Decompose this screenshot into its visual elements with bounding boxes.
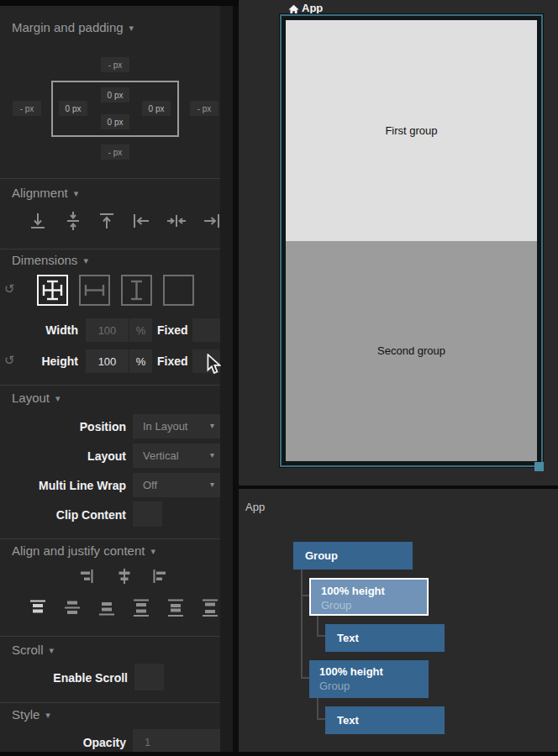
opacity-input[interactable]: 1 xyxy=(133,729,222,754)
tree-node-text[interactable]: Text xyxy=(325,624,445,652)
chevron-down-icon: ▾ xyxy=(210,450,214,459)
content-justify-space-around-button[interactable] xyxy=(166,598,186,618)
fill-height-icon xyxy=(123,276,150,304)
align-left-button[interactable] xyxy=(130,210,152,232)
bottom-edge-strip xyxy=(0,752,558,756)
reset-dimensions-icon[interactable]: ↺ xyxy=(4,282,15,295)
height-fixed-label: Fixed xyxy=(157,354,188,368)
height-unit-select[interactable]: % xyxy=(129,349,152,373)
align-bottom-button[interactable] xyxy=(27,210,49,232)
multi-line-wrap-dropdown[interactable]: Off▾ xyxy=(133,473,222,497)
frame-resize-handle[interactable] xyxy=(534,462,544,471)
height-fixed-checkbox[interactable] xyxy=(192,349,221,373)
chevron-down-icon: ▾ xyxy=(210,480,214,489)
align-horizontal-center-button[interactable] xyxy=(166,210,187,232)
layout-label: Layout xyxy=(0,449,126,463)
section-divider xyxy=(0,702,233,703)
tree-node-100-height-group-selected[interactable]: 100% height Group xyxy=(309,578,429,616)
section-header-style[interactable]: Style▾ xyxy=(12,707,50,722)
position-label: Position xyxy=(0,420,126,433)
justify-top-icon xyxy=(28,598,48,618)
fill-width-and-height-button[interactable] xyxy=(37,275,68,306)
home-icon[interactable] xyxy=(288,3,299,14)
clip-content-checkbox[interactable] xyxy=(133,501,162,527)
selected-root-frame[interactable]: First group Second group xyxy=(280,14,543,467)
tree-connector xyxy=(317,616,318,637)
first-group-region[interactable]: First group xyxy=(286,20,537,241)
width-label: Width xyxy=(0,323,78,337)
section-header-scroll[interactable]: Scroll▾ xyxy=(12,643,54,657)
section-divider xyxy=(0,538,233,539)
tree-connector xyxy=(317,635,325,637)
content-align-right-icon xyxy=(78,568,95,585)
content-justify-top-button[interactable] xyxy=(28,598,48,618)
panel-horizontal-separator xyxy=(239,486,558,489)
content-justify-space-between-button[interactable] xyxy=(131,598,151,618)
margin-right-field[interactable]: - px xyxy=(190,101,218,116)
align-bottom-icon xyxy=(27,210,49,232)
section-header-alignment[interactable]: Alignment▾ xyxy=(12,186,78,200)
canvas-breadcrumb[interactable]: App xyxy=(302,2,323,14)
width-unit-select[interactable]: % xyxy=(129,318,152,342)
align-horizontal-center-icon xyxy=(166,210,187,232)
margin-left-field[interactable]: - px xyxy=(13,101,41,116)
align-top-button[interactable] xyxy=(96,210,118,232)
section-divider xyxy=(0,636,233,637)
align-left-icon xyxy=(130,210,152,232)
height-label: Height xyxy=(0,354,78,368)
section-header-margin-padding[interactable]: Margin and padding▾ xyxy=(12,20,134,34)
content-align-right-button[interactable] xyxy=(78,568,95,585)
section-header-dimensions[interactable]: Dimensions▾ xyxy=(12,253,88,267)
height-input[interactable]: 100 xyxy=(86,349,129,373)
fill-width-icon xyxy=(81,276,108,304)
content-justify-space-evenly-button[interactable] xyxy=(200,598,220,618)
justify-center-icon xyxy=(62,598,82,618)
fixed-size-button[interactable] xyxy=(163,275,194,306)
fill-both-icon xyxy=(39,276,66,304)
width-fixed-label: Fixed xyxy=(157,323,188,337)
position-dropdown[interactable]: In Layout▾ xyxy=(133,414,222,438)
tree-connector xyxy=(301,569,303,679)
tree-connector xyxy=(301,677,309,679)
padding-bottom-field[interactable]: 0 px xyxy=(101,114,129,129)
section-header-layout[interactable]: Layout▾ xyxy=(12,391,61,405)
enable-scroll-checkbox[interactable] xyxy=(134,664,164,690)
padding-top-field[interactable]: 0 px xyxy=(101,87,129,102)
clip-content-label: Clip Content xyxy=(0,508,126,522)
justify-space-around-icon xyxy=(166,598,186,618)
margin-top-field[interactable]: - px xyxy=(101,57,129,72)
content-justify-center-button[interactable] xyxy=(62,598,82,618)
section-divider xyxy=(0,385,233,386)
tree-node-100-height-group[interactable]: 100% height Group xyxy=(309,660,429,698)
top-edge-strip xyxy=(0,0,239,6)
justify-bottom-icon xyxy=(97,598,117,618)
fixed-size-icon xyxy=(165,276,192,304)
chevron-down-icon: ▾ xyxy=(150,546,155,556)
margin-bottom-field[interactable]: - px xyxy=(101,144,129,160)
content-align-left-button[interactable] xyxy=(151,568,168,585)
panel-scrollbar-track[interactable] xyxy=(220,0,233,756)
fill-height-button[interactable] xyxy=(121,275,152,306)
layout-dropdown[interactable]: Vertical▾ xyxy=(133,444,222,468)
chevron-down-icon: ▾ xyxy=(129,23,134,33)
padding-left-field[interactable]: 0 px xyxy=(59,101,87,116)
fill-width-button[interactable] xyxy=(79,275,110,306)
chevron-down-icon: ▾ xyxy=(50,645,55,655)
width-input[interactable]: 100 xyxy=(86,318,129,342)
padding-right-field[interactable]: 0 px xyxy=(142,101,171,116)
tree-node-text-2[interactable]: Text xyxy=(325,706,445,734)
section-header-align-justify[interactable]: Align and justify content▾ xyxy=(12,543,155,558)
section-divider xyxy=(0,249,233,249)
width-fixed-checkbox[interactable] xyxy=(192,318,221,342)
properties-panel: Margin and padding▾ - px 0 px - px 0 px … xyxy=(0,0,220,756)
opacity-label: Opacity xyxy=(0,736,126,749)
justify-space-evenly-icon xyxy=(200,598,220,618)
align-vertical-center-button[interactable] xyxy=(62,210,84,232)
tree-node-group[interactable]: Group xyxy=(293,542,413,570)
tree-connector xyxy=(301,595,309,596)
content-justify-bottom-button[interactable] xyxy=(97,598,117,618)
second-group-label: Second group xyxy=(377,344,445,357)
content-align-center-button[interactable] xyxy=(116,568,133,585)
first-group-label: First group xyxy=(385,124,437,137)
second-group-region[interactable]: Second group xyxy=(286,241,537,462)
